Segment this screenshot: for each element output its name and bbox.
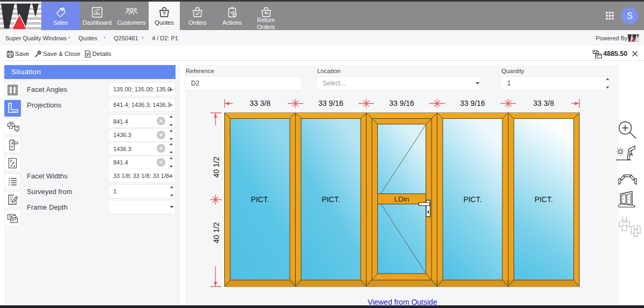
svg-text:PICT.: PICT.: [251, 195, 269, 204]
svg-text:40 1/2: 40 1/2: [212, 222, 221, 243]
svg-text:33 9/16: 33 9/16: [318, 99, 343, 108]
svg-text:PICT.: PICT.: [535, 195, 553, 204]
svg-text:33 3/8: 33 3/8: [533, 99, 554, 108]
svg-text:33 9/16: 33 9/16: [389, 99, 414, 108]
svg-text:33 3/8: 33 3/8: [250, 99, 270, 108]
svg-text:PICT.: PICT.: [321, 195, 340, 204]
svg-text:LDin: LDin: [394, 195, 409, 203]
svg-text:33 9/16: 33 9/16: [460, 99, 485, 108]
svg-text:PICT.: PICT.: [463, 195, 481, 204]
svg-text:40 1/2: 40 1/2: [212, 156, 221, 177]
